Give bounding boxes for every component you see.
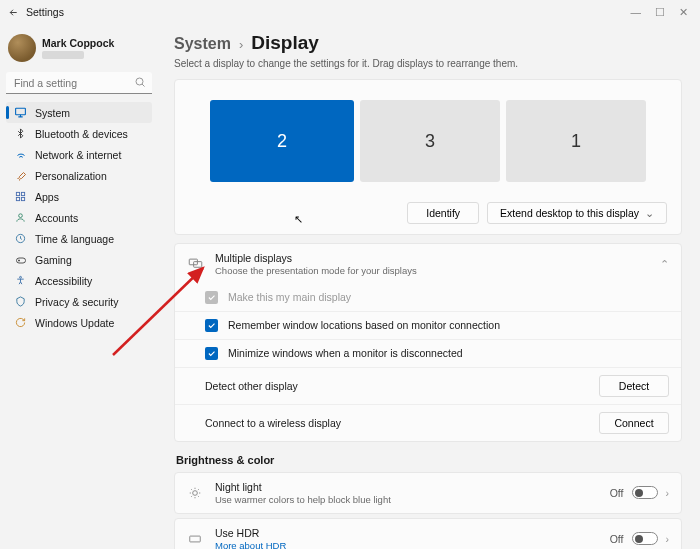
svg-point-12	[193, 491, 198, 496]
monitor-layout[interactable]: 2 3 1	[189, 100, 667, 182]
chevron-right-icon: ›	[239, 37, 243, 52]
search-box[interactable]	[6, 72, 152, 94]
nav-label: System	[35, 107, 70, 119]
card-title: Use HDR	[215, 527, 286, 540]
page-subtitle: Select a display to change the settings …	[174, 58, 682, 69]
chevron-up-icon: ⌃	[660, 258, 669, 270]
minimize-button[interactable]: —	[631, 6, 642, 18]
card-title: Night light	[215, 481, 391, 494]
nav-label: Privacy & security	[35, 296, 118, 308]
nav-label: Accessibility	[35, 275, 92, 287]
svg-rect-2	[16, 192, 19, 195]
brush-icon	[14, 169, 27, 182]
person-icon	[14, 211, 27, 224]
toggle-state: Off	[610, 487, 624, 499]
nav-bluetooth[interactable]: Bluetooth & devices	[6, 123, 152, 144]
search-icon	[134, 76, 146, 90]
svg-rect-4	[16, 197, 19, 200]
hdr-card[interactable]: Use HDR More about HDR Off ›	[174, 518, 682, 549]
svg-point-0	[136, 78, 143, 85]
night-light-toggle[interactable]	[632, 486, 658, 499]
nav-label: Time & language	[35, 233, 114, 245]
row-remember-locations[interactable]: Remember window locations based on monit…	[175, 311, 681, 339]
multiple-displays-card: Multiple displays Choose the presentatio…	[174, 243, 682, 442]
wifi-icon	[14, 148, 27, 161]
nav-privacy[interactable]: Privacy & security	[6, 291, 152, 312]
extend-dropdown[interactable]: Extend desktop to this display⌄	[487, 202, 667, 224]
multiple-displays-header[interactable]: Multiple displays Choose the presentatio…	[175, 244, 681, 284]
connect-button[interactable]: Connect	[599, 412, 669, 434]
checkbox-main-display	[205, 291, 218, 304]
nav-apps[interactable]: Apps	[6, 186, 152, 207]
clock-icon	[14, 232, 27, 245]
detect-button[interactable]: Detect	[599, 375, 669, 397]
nav-update[interactable]: Windows Update	[6, 312, 152, 333]
night-light-card[interactable]: Night light Use warmer colors to help bl…	[174, 472, 682, 514]
system-icon	[14, 106, 27, 119]
svg-rect-13	[190, 536, 201, 542]
svg-rect-8	[16, 258, 25, 263]
main-content: System › Display Select a display to cha…	[158, 24, 700, 549]
profile-email-redacted	[42, 51, 84, 59]
profile-name: Mark Coppock	[42, 37, 114, 49]
nav-personalization[interactable]: Personalization	[6, 165, 152, 186]
nav-label: Windows Update	[35, 317, 114, 329]
hdr-icon	[187, 531, 203, 547]
nav-label: Accounts	[35, 212, 78, 224]
row-minimize-disconnect[interactable]: Minimize windows when a monitor is disco…	[175, 339, 681, 367]
update-icon	[14, 316, 27, 329]
nav-list: System Bluetooth & devices Network & int…	[6, 102, 152, 333]
svg-point-9	[20, 276, 22, 278]
monitor-1[interactable]: 1	[506, 100, 646, 182]
checkbox-minimize[interactable]	[205, 347, 218, 360]
nav-label: Gaming	[35, 254, 72, 266]
avatar	[8, 34, 36, 62]
nav-label: Personalization	[35, 170, 107, 182]
nav-accessibility[interactable]: Accessibility	[6, 270, 152, 291]
nav-label: Bluetooth & devices	[35, 128, 128, 140]
bluetooth-icon	[14, 127, 27, 140]
nav-label: Apps	[35, 191, 59, 203]
breadcrumb-parent[interactable]: System	[174, 35, 231, 53]
nav-time[interactable]: Time & language	[6, 228, 152, 249]
checkbox-remember[interactable]	[205, 319, 218, 332]
row-label: Detect other display	[205, 380, 298, 392]
back-button[interactable]	[6, 5, 20, 19]
nav-label: Network & internet	[35, 149, 121, 161]
profile[interactable]: Mark Coppock	[6, 30, 152, 72]
svg-rect-3	[21, 192, 24, 195]
row-label: Minimize windows when a monitor is disco…	[228, 347, 463, 359]
apps-icon	[14, 190, 27, 203]
breadcrumb: System › Display	[174, 32, 682, 54]
chevron-right-icon: ›	[666, 533, 670, 545]
row-label: Remember window locations based on monit…	[228, 319, 500, 331]
night-light-icon	[187, 485, 203, 501]
monitor-3[interactable]: 3	[360, 100, 500, 182]
svg-point-6	[19, 214, 23, 218]
nav-accounts[interactable]: Accounts	[6, 207, 152, 228]
toggle-state: Off	[610, 533, 624, 545]
breadcrumb-current: Display	[251, 32, 319, 54]
row-detect: Detect other display Detect	[175, 367, 681, 404]
hdr-link[interactable]: More about HDR	[215, 540, 286, 549]
displays-icon	[187, 256, 203, 272]
monitor-2[interactable]: 2	[210, 100, 354, 182]
gaming-icon	[14, 253, 27, 266]
card-title: Multiple displays	[215, 252, 417, 265]
row-main-display[interactable]: Make this my main display	[175, 284, 681, 311]
nav-system[interactable]: System	[6, 102, 152, 123]
nav-gaming[interactable]: Gaming	[6, 249, 152, 270]
card-subtitle: Choose the presentation mode for your di…	[215, 265, 417, 276]
svg-rect-5	[21, 197, 24, 200]
row-connect-wireless: Connect to a wireless display Connect	[175, 404, 681, 441]
close-button[interactable]: ✕	[679, 6, 688, 18]
maximize-button[interactable]: ☐	[655, 6, 665, 18]
card-subtitle: Use warmer colors to help block blue lig…	[215, 494, 391, 505]
row-label: Make this my main display	[228, 291, 351, 303]
nav-network[interactable]: Network & internet	[6, 144, 152, 165]
chevron-down-icon: ⌄	[645, 207, 654, 219]
search-input[interactable]	[6, 72, 152, 94]
hdr-toggle[interactable]	[632, 532, 658, 545]
identify-button[interactable]: Identify	[407, 202, 479, 224]
svg-rect-1	[16, 108, 26, 115]
